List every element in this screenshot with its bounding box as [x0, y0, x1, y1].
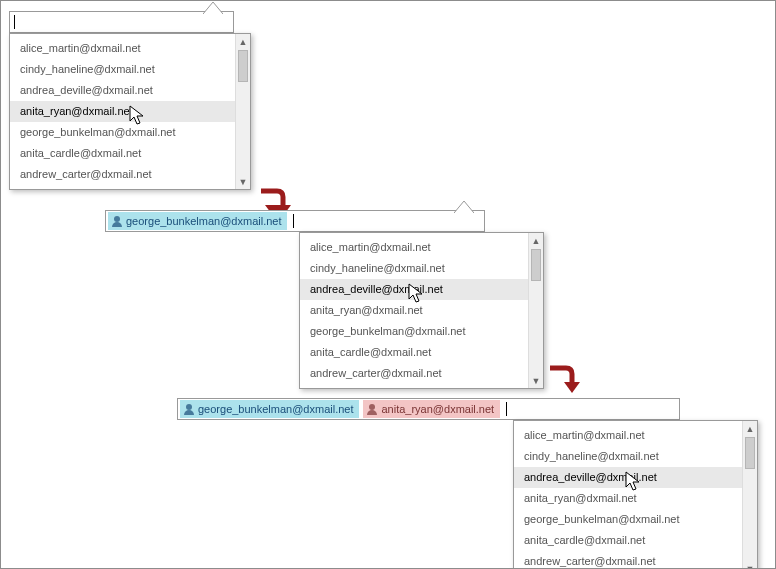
suggestions-list: alice_martin@dxmail.netcindy_haneline@dx…: [514, 421, 742, 569]
token-input[interactable]: george_bunkelman@dxmail.net: [105, 210, 485, 232]
suggestion-item[interactable]: andrea_deville@dxmail.net: [10, 80, 235, 101]
suggestion-item[interactable]: anita_ryan@dxmail.net: [300, 300, 528, 321]
suggestion-item[interactable]: cindy_haneline@dxmail.net: [10, 59, 235, 80]
token-label: george_bunkelman@dxmail.net: [126, 215, 281, 227]
suggestion-item[interactable]: andrea_deville@dxmail.net: [300, 279, 528, 300]
token-label: anita_ryan@dxmail.net: [381, 403, 494, 415]
suggestion-item[interactable]: anita_ryan@dxmail.net: [514, 488, 742, 509]
suggestion-item[interactable]: cindy_haneline@dxmail.net: [300, 258, 528, 279]
pointer-notch-icon: [203, 2, 223, 14]
suggestion-item[interactable]: cindy_haneline@dxmail.net: [514, 446, 742, 467]
suggestion-item[interactable]: andrew_carter@dxmail.net: [300, 363, 528, 384]
user-icon: [184, 404, 194, 414]
text-caret: [293, 214, 294, 228]
text-caret: [14, 15, 15, 29]
scroll-down-icon[interactable]: ▼: [743, 561, 757, 569]
scroll-thumb[interactable]: [238, 50, 248, 82]
token-input[interactable]: [9, 11, 234, 33]
recipient-token[interactable]: anita_ryan@dxmail.net: [363, 400, 500, 418]
recipient-token[interactable]: george_bunkelman@dxmail.net: [108, 212, 287, 230]
suggestion-item[interactable]: andrea_deville@dxmail.net: [514, 467, 742, 488]
svg-marker-2: [454, 201, 474, 213]
scroll-down-icon[interactable]: ▼: [529, 373, 543, 388]
token-input[interactable]: george_bunkelman@dxmail.netanita_ryan@dx…: [177, 398, 680, 420]
scroll-up-icon[interactable]: ▲: [743, 421, 757, 436]
user-icon: [112, 216, 122, 226]
suggestion-item[interactable]: george_bunkelman@dxmail.net: [514, 509, 742, 530]
flow-arrow-icon: [546, 364, 580, 398]
scroll-up-icon[interactable]: ▲: [529, 233, 543, 248]
suggestion-item[interactable]: alice_martin@dxmail.net: [300, 237, 528, 258]
suggestions-list: alice_martin@dxmail.netcindy_haneline@dx…: [10, 34, 235, 189]
scrollbar[interactable]: ▲ ▼: [742, 421, 757, 569]
suggestion-item[interactable]: alice_martin@dxmail.net: [10, 38, 235, 59]
text-caret: [506, 402, 507, 416]
user-icon: [367, 404, 377, 414]
suggestions-dropdown[interactable]: alice_martin@dxmail.netcindy_haneline@dx…: [513, 420, 758, 569]
scroll-down-icon[interactable]: ▼: [236, 174, 250, 189]
scroll-thumb[interactable]: [745, 437, 755, 469]
suggestion-item[interactable]: andrew_carter@dxmail.net: [10, 164, 235, 185]
token-label: george_bunkelman@dxmail.net: [198, 403, 353, 415]
suggestion-item[interactable]: anita_cardle@dxmail.net: [300, 342, 528, 363]
suggestion-item[interactable]: andrew_carter@dxmail.net: [514, 551, 742, 569]
suggestion-item[interactable]: george_bunkelman@dxmail.net: [10, 122, 235, 143]
suggestions-dropdown[interactable]: alice_martin@dxmail.netcindy_haneline@dx…: [299, 232, 544, 389]
suggestion-item[interactable]: george_bunkelman@dxmail.net: [300, 321, 528, 342]
scrollbar[interactable]: ▲ ▼: [235, 34, 250, 189]
pointer-notch-icon: [454, 201, 474, 213]
scroll-thumb[interactable]: [531, 249, 541, 281]
recipient-token[interactable]: george_bunkelman@dxmail.net: [180, 400, 359, 418]
suggestions-dropdown[interactable]: alice_martin@dxmail.netcindy_haneline@dx…: [9, 33, 251, 190]
suggestion-item[interactable]: anita_cardle@dxmail.net: [10, 143, 235, 164]
suggestions-list: alice_martin@dxmail.netcindy_haneline@dx…: [300, 233, 528, 388]
scroll-up-icon[interactable]: ▲: [236, 34, 250, 49]
suggestion-item[interactable]: anita_cardle@dxmail.net: [514, 530, 742, 551]
svg-marker-0: [203, 2, 223, 14]
suggestion-item[interactable]: alice_martin@dxmail.net: [514, 425, 742, 446]
suggestion-item[interactable]: anita_ryan@dxmail.net: [10, 101, 235, 122]
scrollbar[interactable]: ▲ ▼: [528, 233, 543, 388]
